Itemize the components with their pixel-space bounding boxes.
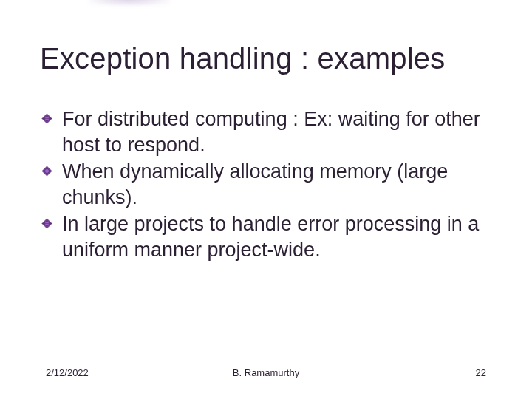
diamond-bullet-icon	[41, 113, 52, 124]
slide-container: Exception handling : examples For distri…	[0, 0, 532, 399]
diamond-bullet-icon	[41, 166, 52, 177]
list-item: In large projects to handle error proces…	[40, 211, 492, 262]
footer-date: 2/12/2022	[46, 367, 89, 378]
diamond-bullet-icon	[41, 218, 52, 229]
bullet-list: For distributed computing : Ex: waiting …	[40, 106, 492, 262]
list-item: For distributed computing : Ex: waiting …	[40, 106, 492, 157]
footer-page-number: 22	[476, 367, 486, 378]
slide-footer: 2/12/2022 B. Ramamurthy 22	[0, 367, 532, 378]
slide-title: Exception handling : examples	[40, 41, 492, 75]
footer-author: B. Ramamurthy	[233, 367, 299, 378]
bullet-text: For distributed computing : Ex: waiting …	[62, 108, 480, 156]
bullet-text: When dynamically allocating memory (larg…	[62, 160, 448, 208]
bullet-text: In large projects to handle error proces…	[62, 213, 479, 261]
list-item: When dynamically allocating memory (larg…	[40, 159, 492, 210]
